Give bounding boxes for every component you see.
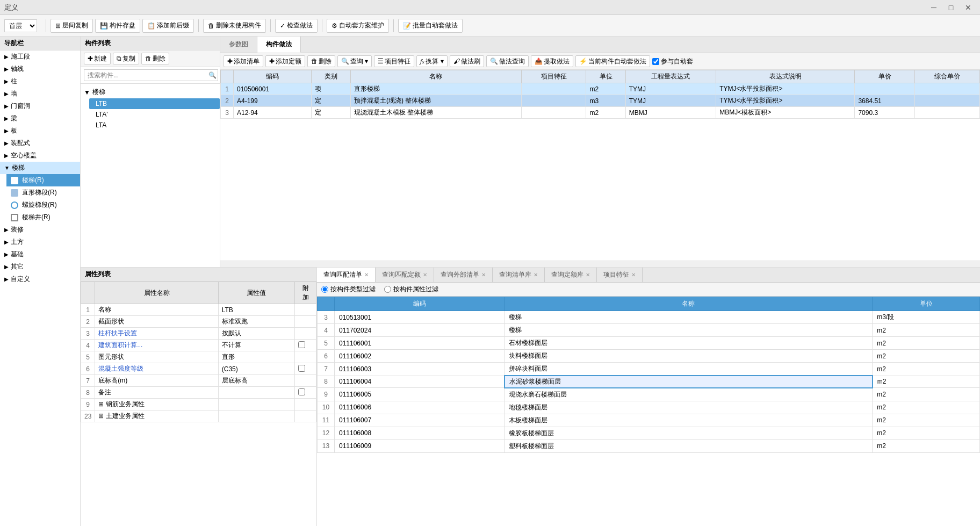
sidebar-item-zhu[interactable]: ▶ 柱	[0, 75, 80, 88]
sidebar-item-zhuangpeishi[interactable]: ▶ 装配式	[0, 137, 80, 149]
sidebar-item-loutijing-r[interactable]: 楼梯井(R)	[6, 211, 80, 224]
close-tab-icon[interactable]: ✕	[364, 272, 369, 278]
query-row[interactable]: 13 011106009 塑料板楼梯面层 m2	[318, 439, 980, 452]
horizontal-scrollbar[interactable]	[220, 261, 980, 267]
tree-group-louti[interactable]: ▼ 楼梯	[81, 86, 220, 98]
floor-select[interactable]: 首层 第2层 第3层	[4, 19, 37, 32]
name-edit-input[interactable]	[509, 378, 868, 386]
sidebar-item-zidingyi[interactable]: ▶ 自定义	[0, 273, 80, 285]
tree-item-lta[interactable]: LTA	[89, 120, 220, 131]
extract-method-button[interactable]: 📤 提取做法	[531, 55, 573, 67]
query-row[interactable]: 11 011106007 木板楼梯面层 m2	[318, 414, 980, 427]
query-tab-match-quota[interactable]: 查询匹配定额 ✕	[376, 268, 434, 282]
filter-by-prop[interactable]: 按构件属性过滤	[384, 285, 438, 294]
query-tab-list-lib[interactable]: 查询清单库 ✕	[493, 268, 545, 282]
query-row[interactable]: 10 011106006 地毯楼梯面层 m2	[318, 401, 980, 414]
sidebar-item-zhuangxiu[interactable]: ▶ 装修	[0, 224, 80, 236]
tree-item-lta-prime[interactable]: LTA'	[89, 109, 220, 120]
query-row-edit[interactable]: 8 011106004 m2	[318, 376, 980, 388]
sidebar-item-liang[interactable]: ▶ 梁	[0, 112, 80, 125]
query-tab-outer-list[interactable]: 查询外部清单 ✕	[434, 268, 493, 282]
search-input[interactable]	[84, 69, 218, 81]
method-brush-button[interactable]: 🖌 做法刷	[450, 55, 484, 67]
tab-params[interactable]: 参数图	[220, 37, 257, 53]
add-simple-bill-button[interactable]: ✚ 添加清单	[224, 55, 263, 67]
comp-save-button[interactable]: 💾 构件存盘	[95, 19, 140, 33]
add-prefix-suffix-button[interactable]: 📋 添加前后缀	[142, 19, 194, 33]
prop-value[interactable]: 标准双跑	[218, 316, 294, 328]
query-row[interactable]: 6 011106002 块料楼梯面层 m2	[318, 350, 980, 363]
prop-extra[interactable]	[295, 363, 316, 375]
sidebar-item-zhixingti-r[interactable]: 直形梯段(R)	[6, 186, 80, 199]
close-tab-icon[interactable]: ✕	[534, 272, 538, 278]
sidebar-item-kongxin[interactable]: ▶ 空心楼盖	[0, 149, 80, 162]
query-tab-match-list[interactable]: 查询匹配清单 ✕	[317, 268, 376, 282]
sidebar-item-louti-r[interactable]: 楼梯(R)	[6, 174, 80, 186]
expand-btn[interactable]: ⊞	[98, 412, 104, 420]
filter-by-type[interactable]: 按构件类型过滤	[321, 285, 376, 294]
sidebar-item-louti[interactable]: ▼ 楼梯	[0, 162, 80, 174]
tab-methods[interactable]: 构件做法	[257, 37, 301, 53]
sidebar-item-tufang[interactable]: ▶ 土方	[0, 236, 80, 248]
prop-value[interactable]: 直形	[218, 351, 294, 363]
prop-link[interactable]: 建筑面积计算...	[98, 341, 142, 349]
calc-button[interactable]: 𝑓ₓ 换算 ▾	[416, 55, 447, 67]
close-tab-icon[interactable]: ✕	[423, 272, 427, 278]
query-row[interactable]: 7 011106003 拼碎块料面层 m2	[318, 363, 980, 376]
prop-value[interactable]: LTB	[218, 304, 294, 316]
query-row[interactable]: 9 011106005 现浇水磨石楼梯面层 m2	[318, 388, 980, 401]
close-tab-icon[interactable]: ✕	[586, 272, 590, 278]
filter-prop-radio[interactable]	[384, 286, 391, 293]
table-row[interactable]: 3 A12-94 定 现浇混凝土木模板 整体楼梯 m2 MBMJ MBMJ<模板…	[221, 107, 980, 119]
prop-link[interactable]: 柱杆扶手设置	[98, 329, 137, 337]
delete-method-button[interactable]: 🗑 删除	[307, 55, 335, 67]
filter-type-radio[interactable]	[321, 286, 328, 293]
prop-extra[interactable]	[295, 387, 316, 399]
item-feature-button[interactable]: ☰ 项目特征	[374, 55, 414, 67]
sidebar-item-qita[interactable]: ▶ 其它	[0, 261, 80, 273]
copy-component-button[interactable]: ⧉ 复制	[113, 53, 139, 64]
add-quota-button[interactable]: ✚ 添加定额	[265, 55, 305, 67]
row-name-editable[interactable]	[505, 376, 873, 388]
table-row[interactable]: 2 A4-199 定 预拌混凝土(现浇) 整体楼梯 m3 TYMJ TYMJ<水…	[221, 95, 980, 107]
close-tab-icon[interactable]: ✕	[481, 272, 486, 278]
auto-method-current-button[interactable]: ⚡ 当前构件自动套做法	[575, 55, 650, 67]
prop-value[interactable]: 按默认	[218, 328, 294, 340]
batch-auto-button[interactable]: 📝 批量自动套做法	[398, 19, 463, 33]
prop-value[interactable]	[218, 387, 294, 399]
query-tab-quota-lib[interactable]: 查询定额库 ✕	[545, 268, 597, 282]
tree-item-ltb[interactable]: LTB	[89, 98, 220, 109]
prop-checkbox[interactable]	[298, 365, 305, 372]
sidebar-item-qiang[interactable]: ▶ 墙	[0, 88, 80, 100]
prop-link[interactable]: 混凝土强度等级	[98, 365, 143, 372]
prop-extra[interactable]	[295, 340, 316, 351]
method-query-button[interactable]: 🔍 做法查询	[486, 55, 529, 67]
new-component-button[interactable]: ✚ 新建	[84, 53, 111, 64]
floor-copy-button[interactable]: ⊞ 层间复制	[51, 19, 93, 33]
auto-join-check[interactable]	[652, 58, 659, 65]
minimize-button[interactable]: ─	[926, 2, 941, 13]
prop-checkbox[interactable]	[298, 388, 305, 395]
prop-value[interactable]: 不计算	[218, 340, 294, 351]
sidebar-item-ban[interactable]: ▶ 板	[0, 125, 80, 137]
auto-scheme-button[interactable]: ⚙ 自动套方案维护	[327, 19, 389, 33]
close-tab-icon[interactable]: ✕	[631, 272, 636, 278]
query-tab-item-feature[interactable]: 项目特征 ✕	[597, 268, 643, 282]
query-row[interactable]: 12 011106008 橡胶板楼梯面层 m2	[318, 427, 980, 439]
expand-btn[interactable]: ⊞	[98, 400, 104, 408]
query-method-button[interactable]: 🔍 查询 ▾	[337, 55, 372, 67]
query-row[interactable]: 5 011106001 石材楼梯面层 m2	[318, 337, 980, 350]
prop-value[interactable]: (C35)	[218, 363, 294, 375]
query-row[interactable]: 4 011702024 楼梯 m2	[318, 324, 980, 337]
sidebar-item-zhouxian[interactable]: ▶ 轴线	[0, 63, 80, 75]
table-row[interactable]: 1 010506001 项 直形楼梯 m2 TYMJ TYMJ<水平投影面积>	[221, 83, 980, 95]
maximize-button[interactable]: □	[943, 2, 959, 13]
auto-join-checkbox[interactable]: 参与自动套	[652, 57, 693, 66]
sidebar-item-jichu[interactable]: ▶ 基础	[0, 248, 80, 261]
prop-checkbox[interactable]	[298, 341, 305, 348]
delete-component-button[interactable]: 🗑 删除	[141, 53, 169, 64]
delete-unused-button[interactable]: 🗑 删除未使用构件	[203, 19, 266, 33]
prop-value[interactable]: 层底标高	[218, 375, 294, 387]
query-row[interactable]: 3 010513001 楼梯 m3/段	[318, 311, 980, 324]
check-method-button[interactable]: ✓ 检查做法	[275, 19, 318, 33]
